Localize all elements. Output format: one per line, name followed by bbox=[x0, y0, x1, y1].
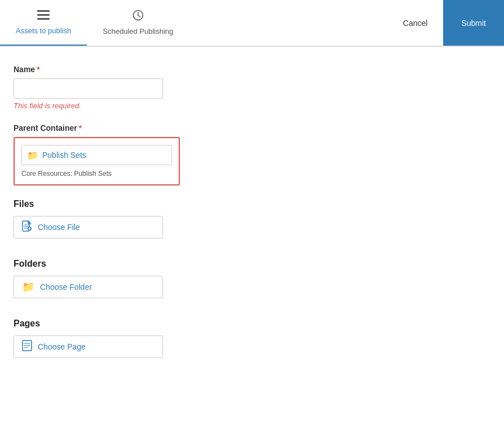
name-error: This field is required. bbox=[14, 101, 325, 110]
name-label: Name* bbox=[14, 65, 325, 74]
tab-assets-to-publish[interactable]: Assets to publish bbox=[0, 0, 87, 46]
svg-rect-3 bbox=[46, 10, 50, 12]
files-heading: Files bbox=[14, 199, 325, 209]
tab-scheduled-label: Scheduled Publishing bbox=[103, 27, 173, 36]
pages-heading: Pages bbox=[14, 319, 325, 329]
parent-container-box: 📁 Core Resources: Publish Sets bbox=[14, 137, 180, 185]
file-icon bbox=[22, 220, 32, 235]
pages-section: Pages Choose Page bbox=[14, 319, 325, 358]
files-section: Files Choose File bbox=[14, 199, 325, 238]
name-input[interactable] bbox=[14, 78, 163, 99]
choose-page-label: Choose Page bbox=[38, 342, 86, 351]
choose-page-button[interactable]: Choose Page bbox=[14, 335, 163, 358]
choose-file-button[interactable]: Choose File bbox=[14, 216, 163, 238]
content-area: Name* This field is required. Parent Con… bbox=[0, 47, 338, 396]
name-field-group: Name* This field is required. bbox=[14, 65, 325, 110]
parent-container-label: Parent Container* bbox=[14, 123, 325, 132]
choose-folder-label: Choose Folder bbox=[40, 282, 92, 291]
container-path: Core Resources: Publish Sets bbox=[21, 170, 172, 178]
parent-container-field-group: Parent Container* 📁 Core Resources: Publ… bbox=[14, 123, 325, 185]
parent-container-input[interactable] bbox=[21, 145, 172, 165]
folders-heading: Folders bbox=[14, 259, 325, 269]
header-actions: Cancel Submit bbox=[387, 0, 504, 46]
parent-container-input-wrapper: 📁 bbox=[21, 145, 172, 165]
folders-section: Folders 📁 Choose Folder bbox=[14, 259, 325, 298]
svg-rect-1 bbox=[37, 14, 50, 16]
svg-rect-2 bbox=[37, 18, 50, 20]
tab-assets-label: Assets to publish bbox=[16, 26, 71, 35]
folder-icon: 📁 bbox=[22, 281, 34, 293]
page-icon bbox=[22, 340, 32, 354]
cancel-button[interactable]: Cancel bbox=[387, 0, 444, 46]
assets-icon bbox=[37, 10, 50, 23]
submit-button[interactable]: Submit bbox=[443, 0, 504, 46]
choose-folder-button[interactable]: 📁 Choose Folder bbox=[14, 276, 163, 298]
clock-icon bbox=[132, 10, 144, 24]
header: Assets to publish Scheduled Publishing C… bbox=[0, 0, 504, 47]
svg-line-6 bbox=[138, 15, 140, 17]
tab-scheduled-publishing[interactable]: Scheduled Publishing bbox=[87, 0, 189, 46]
choose-file-label: Choose File bbox=[38, 223, 80, 232]
